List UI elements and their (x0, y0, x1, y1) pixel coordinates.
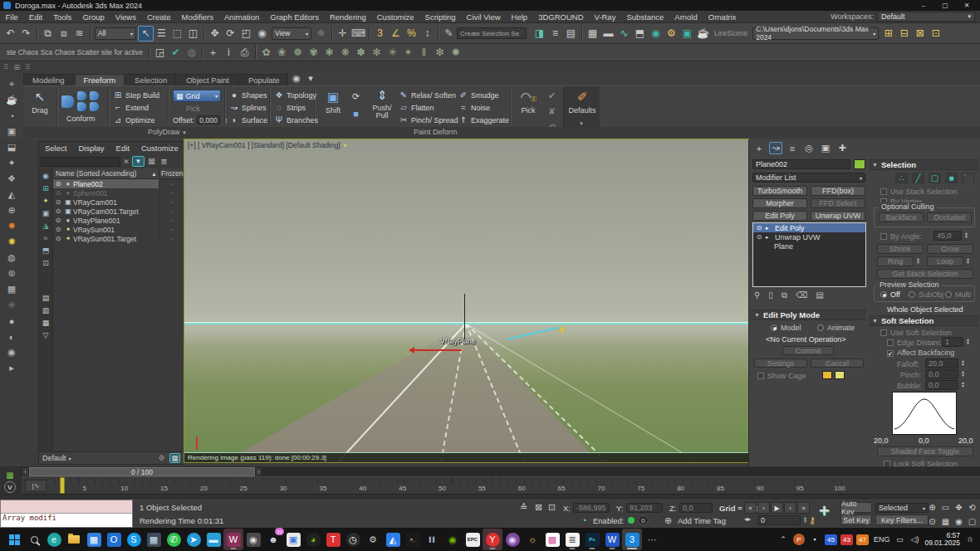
flatten-button[interactable]: ▱Flatten (399, 103, 434, 112)
explorer-row-vraycam001-target[interactable]: ⊙▣VRayCam001.Target▫ (53, 207, 184, 216)
select-and-place-icon[interactable]: ◉ (254, 26, 270, 41)
spinner-snap-icon[interactable]: ↕ (419, 26, 435, 41)
scatter-record-icon[interactable]: ◍ (184, 45, 199, 61)
project-icon-2[interactable]: ⊟ (896, 26, 912, 41)
scatter-tree-icon[interactable]: ✻ (369, 45, 385, 61)
loop-spinner[interactable]: ▲▼ (966, 257, 970, 264)
display-xrefs-icon[interactable]: ⊡ (40, 257, 51, 269)
menu-3dground[interactable]: 3DGROUND (533, 12, 589, 22)
taskbar-photoshop[interactable]: Ps (582, 529, 602, 550)
edge-subobject-icon[interactable]: ╱ (912, 173, 924, 183)
edge-distance-checkbox[interactable]: Edge Distance: (887, 339, 948, 347)
falloff-spinner[interactable]: ▲▼ (961, 359, 965, 366)
turbosmooth-button[interactable]: TurboSmooth (752, 186, 807, 196)
modifier-eye-icon[interactable]: ⊙ (755, 233, 763, 241)
paint-commit-icon[interactable]: ✔ (545, 89, 559, 103)
object-name-field[interactable]: Plane002 (752, 159, 850, 169)
edge-distance-field[interactable]: 1 (942, 337, 963, 347)
taskbar-telegram[interactable]: ➤ (184, 529, 203, 550)
snaps-toggle-3d-icon[interactable]: 3 (372, 26, 388, 41)
display-tab-icon[interactable]: ▣ (819, 142, 832, 154)
taskbar-photos[interactable]: ◭ (383, 529, 403, 550)
time-slider-handle[interactable]: 0 / 100 (29, 467, 255, 476)
field-of-view-icon[interactable]: ◉ (953, 514, 965, 528)
left-tool-orbit-icon[interactable]: ◔ (3, 108, 20, 124)
conform-move-icon[interactable] (77, 91, 86, 100)
search-input[interactable] (41, 157, 120, 167)
auto-key-button[interactable]: Auto Key (840, 502, 872, 513)
taskbar-photo-grid[interactable]: ▩ (542, 529, 562, 550)
absolute-mode-icon[interactable]: ⊡ (548, 502, 556, 513)
workspace-dropdown[interactable]: Default▾ (877, 12, 975, 22)
ring-button[interactable]: Ring (877, 256, 914, 266)
paint-defaults-button[interactable]: ✐ Defaults (567, 90, 597, 115)
explorer-row-vraysun001[interactable]: ⊙✦VRaySun001▫ (53, 225, 184, 234)
shapes-button[interactable]: ●Shapes (229, 90, 267, 100)
menu-file[interactable]: File (0, 12, 23, 22)
z-coordinate-field[interactable]: 0,0 (679, 503, 713, 513)
align-icon[interactable]: ≡ (547, 26, 563, 41)
selection-rollout-header[interactable]: ▼Selection (869, 159, 979, 170)
select-object-icon[interactable]: ↖ (138, 26, 154, 41)
track-toggle-icon[interactable]: ▦ (2, 468, 18, 481)
x-coordinate-field[interactable]: -586,995 (573, 503, 610, 513)
angle-snap-icon[interactable]: ∠ (388, 26, 404, 41)
ribbon-config-icon[interactable]: ◉ (289, 71, 303, 85)
by-angle-field[interactable]: 45,0 (933, 231, 962, 241)
make-unique-icon[interactable]: ⧉ (782, 290, 787, 300)
paint-push-pull-button[interactable]: ⇕ Push/ Pull (367, 88, 397, 119)
modifier-expand-icon[interactable]: ▸ (766, 234, 772, 241)
selection-filter-dropdown[interactable]: All▾ (95, 27, 136, 40)
menu-help[interactable]: Help (506, 12, 533, 22)
use-stack-selection-checkbox[interactable]: Use Stack Selection (880, 188, 958, 196)
frozen-cell[interactable]: ▫ (159, 236, 184, 241)
taskbar-whatsapp[interactable]: ✆ (164, 529, 184, 550)
add-time-tag-text[interactable]: Add Time Tag (678, 516, 726, 525)
defaults-expand-icon[interactable]: ▼ (579, 121, 584, 126)
explorer-collapse-icon[interactable]: ▽ (40, 329, 51, 341)
vertex-subobject-icon[interactable]: ∴ (895, 173, 908, 183)
taskbar-file-explorer[interactable] (64, 529, 84, 550)
go-to-start-icon[interactable]: « (744, 502, 757, 514)
scatter-info-icon[interactable]: i (221, 45, 237, 61)
network-icon[interactable]: ▭ (894, 535, 904, 544)
project-folder-dropdown[interactable]: C:\Users\djons\Documents\3ds Max 2024▾ (752, 27, 879, 40)
edit-poly-mode-rollout-header[interactable]: ▼Edit Poly Mode (751, 310, 866, 320)
rectangular-selection-region-icon[interactable]: ⬚ (169, 26, 185, 41)
cancel-button[interactable]: Cancel (811, 358, 864, 368)
render-production-icon[interactable]: ☕ (695, 26, 711, 41)
optimize-button[interactable]: ⊿Optimize (113, 115, 155, 124)
model-radio[interactable]: Model (771, 324, 801, 332)
create-tab-icon[interactable]: + (752, 142, 766, 154)
curve-editor-icon[interactable]: ∿ (616, 26, 632, 41)
frozen-cell[interactable]: ▫ (159, 199, 184, 205)
soft-selection-rollout-header[interactable]: ▼Soft Selection (869, 315, 979, 326)
scatter-flower-icon[interactable]: ❀ (274, 45, 290, 61)
explorer-row-sphere001[interactable]: ⊙●Sphere001▫ (53, 188, 184, 197)
grow-button[interactable]: Grow (927, 244, 973, 254)
volume-icon[interactable]: ◁) (909, 535, 919, 544)
go-to-end-icon[interactable]: » (797, 502, 810, 514)
frozen-cell[interactable]: ▫ (159, 190, 184, 196)
taskbar-search[interactable] (24, 529, 44, 550)
frozen-column-header[interactable]: Frozen (159, 169, 184, 178)
select-and-scale-icon[interactable]: ◰ (238, 26, 254, 41)
visibility-eye-icon[interactable]: ⊙ (53, 198, 63, 206)
frozen-cell[interactable]: ▫ (159, 181, 184, 187)
surface-button[interactable]: ◗Surface (229, 115, 267, 124)
name-column-header[interactable]: Name (Sorted Ascending) (53, 169, 151, 178)
unlink-selection-icon[interactable]: ⧈ (56, 26, 71, 41)
preview-off-radio[interactable]: Off (880, 290, 900, 299)
modifier-eye-icon[interactable]: ⊙ (755, 224, 763, 232)
frozen-cell[interactable]: ▫ (159, 208, 184, 214)
clock[interactable]: 6:57 09.01.2025 (924, 532, 960, 547)
ribbon-minimize-icon[interactable]: ▾ (303, 71, 317, 85)
explorer-menu-select[interactable]: Select (39, 144, 72, 153)
pinch-spread-button[interactable]: ✂Pinch/ Spread (399, 115, 458, 124)
visibility-eye-icon[interactable]: ⊙ (53, 217, 63, 224)
left-tool-add-icon[interactable]: ⊕ (3, 202, 20, 218)
display-layers-icon[interactable]: ⊞ (40, 183, 51, 194)
explorer-table-header[interactable]: Name (Sorted Ascending) ▲ Frozen (53, 168, 184, 179)
explorer-sort-icon[interactable]: ▤ (40, 292, 51, 304)
explorer-row-vraycam001[interactable]: ⊙▣VRayCam001▫ (53, 197, 184, 207)
